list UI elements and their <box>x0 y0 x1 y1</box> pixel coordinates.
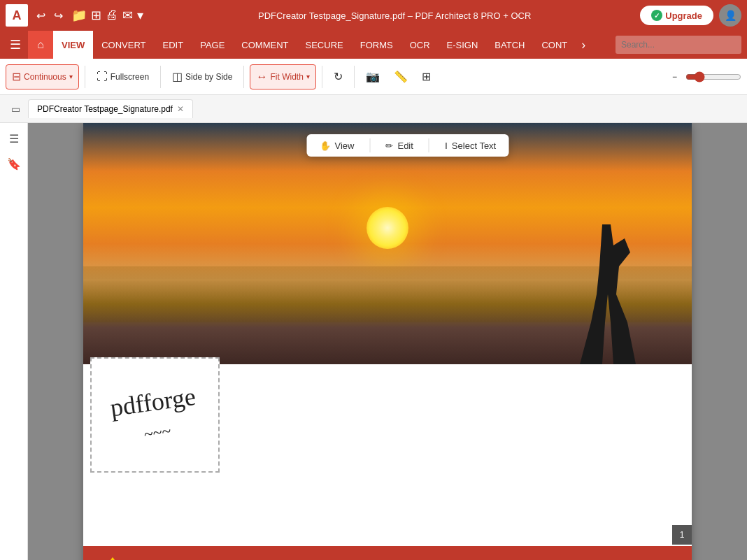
camera-icon: 📷 <box>366 70 380 83</box>
signature-field[interactable]: pdfforge ~~~ <box>90 357 220 473</box>
footer-logo: pdfforge <box>100 557 204 560</box>
menu-item-esign[interactable]: E-SIGN <box>439 31 487 59</box>
zoom-out-icon: − <box>672 72 677 82</box>
fullscreen-icon: ⛶ <box>97 71 108 83</box>
measure-button[interactable]: 📏 <box>388 64 413 89</box>
pdf-tab[interactable]: PDFCreator Testpage_Signature.pdf ✕ <box>28 99 193 118</box>
sidebar-pages-icon[interactable]: ☰ <box>4 129 24 148</box>
toolbar-divider-5 <box>354 66 355 88</box>
menu-more-icon[interactable]: › <box>576 38 591 52</box>
flame-icon <box>100 557 125 560</box>
signature-content: pdfforge ~~~ <box>102 375 208 454</box>
rotate-icon: ↻ <box>334 70 343 83</box>
tab-close-button[interactable]: ✕ <box>177 104 184 114</box>
sidebar-bookmarks-icon[interactable]: 🔖 <box>4 154 24 173</box>
upgrade-button[interactable]: ✓ Upgrade <box>640 6 713 25</box>
side-by-side-icon: ◫ <box>172 70 183 83</box>
grid-button[interactable]: ⊞ <box>416 64 436 89</box>
toolbar-divider-2 <box>160 66 161 88</box>
fullscreen-button[interactable]: ⛶ Fullscreen <box>91 64 155 89</box>
open-icon[interactable]: 📁 <box>71 8 87 23</box>
sun-element <box>367 207 408 249</box>
page-number-badge: 1 <box>672 525 692 545</box>
redo-button[interactable]: ↪ <box>51 8 66 24</box>
user-avatar[interactable]: 👤 <box>719 4 741 27</box>
undo-button[interactable]: ↩ <box>34 8 48 24</box>
view-toolbar: ⊟ Continuous ▾ ⛶ Fullscreen ◫ Side by Si… <box>0 59 747 95</box>
hamburger-icon[interactable]: ☰ <box>3 33 28 57</box>
pdf-footer: pdfforge © 2022 pdfforge GmbH 1 <box>83 546 692 560</box>
fit-width-group: ↔ Fit Width ▾ <box>250 64 315 89</box>
menu-item-secure[interactable]: SECURE <box>297 31 352 59</box>
menu-item-forms[interactable]: FORMS <box>352 31 401 59</box>
cursor-text-icon: Ⅰ <box>445 141 448 151</box>
menu-item-page[interactable]: PAGE <box>192 31 233 59</box>
menu-item-edit[interactable]: EDIT <box>155 31 192 59</box>
view-mode-button[interactable]: ✋ View <box>315 139 359 152</box>
menu-bar: ☰ ⌂ VIEW CONVERT EDIT PAGE COMMENT SECUR… <box>0 31 747 59</box>
menu-item-convert[interactable]: CONVERT <box>93 31 154 59</box>
thumbnails-icon[interactable]: ⊞ <box>91 8 101 23</box>
toolbar-icons: 📁 ⊞ 🖨 ✉ ▾ <box>71 8 143 23</box>
edit-mode-button[interactable]: ✏ Edit <box>381 139 417 152</box>
grid-icon: ⊞ <box>422 70 431 83</box>
fullscreen-group: ⛶ Fullscreen <box>91 64 155 89</box>
panel-toggle-button[interactable]: ▭ <box>6 99 25 119</box>
ruler-icon: 📏 <box>394 70 408 83</box>
window-title: PDFCreator Testpage_Signature.pdf – PDF … <box>149 10 640 21</box>
left-sidebar: ☰ 🔖 <box>0 123 28 560</box>
toolbar-divider-3 <box>243 66 244 88</box>
snapshot-button[interactable]: 📷 <box>360 64 385 89</box>
menu-item-cont[interactable]: CONT <box>533 31 576 59</box>
pdf-area: ✋ View ✏ Edit Ⅰ Select Text <box>28 123 747 560</box>
home-button[interactable]: ⌂ <box>28 31 53 59</box>
email-icon[interactable]: ✉ <box>122 8 133 23</box>
continuous-chevron-icon: ▾ <box>69 73 73 80</box>
view-mode-group: ⊟ Continuous ▾ <box>6 64 79 89</box>
menu-item-comment[interactable]: COMMENT <box>233 31 297 59</box>
title-bar: A ↩ ↪ 📁 ⊞ 🖨 ✉ ▾ PDFCreator Testpage_Sign… <box>0 0 747 31</box>
fit-width-button[interactable]: ↔ Fit Width ▾ <box>250 64 315 89</box>
floating-divider-1 <box>369 138 370 152</box>
toolbar-divider-1 <box>85 66 85 88</box>
undo-redo-group: ↩ ↪ <box>34 8 66 24</box>
pencil-icon: ✏ <box>385 141 393 151</box>
tab-label: PDFCreator Testpage_Signature.pdf <box>37 104 173 114</box>
pdf-page: pdfforge ~~~ pdfforge © 2022 pdfforge Gm… <box>83 123 692 560</box>
zoom-controls: − <box>667 64 741 89</box>
zoom-out-button[interactable]: − <box>667 64 683 89</box>
menu-item-batch[interactable]: BATCH <box>486 31 533 59</box>
title-bar-right: ✓ Upgrade 👤 <box>640 4 741 27</box>
fit-width-icon: ↔ <box>256 71 267 83</box>
search-input[interactable] <box>616 36 741 54</box>
tab-bar: ▭ PDFCreator Testpage_Signature.pdf ✕ <box>0 95 747 123</box>
check-circle-icon: ✓ <box>651 10 662 21</box>
zoom-slider[interactable] <box>685 71 741 82</box>
app-logo: A <box>6 4 28 27</box>
beach-image <box>83 123 692 364</box>
rotate-button[interactable]: ↻ <box>328 64 348 89</box>
pdf-white-area: pdfforge ~~~ pdfforge © 2022 pdfforge Gm… <box>83 364 692 560</box>
continuous-button[interactable]: ⊟ Continuous ▾ <box>6 64 79 89</box>
toolbar-divider-4 <box>322 66 322 88</box>
floating-divider-2 <box>429 138 429 152</box>
print-icon[interactable]: 🖨 <box>106 8 118 23</box>
fit-width-chevron-icon: ▾ <box>306 73 310 80</box>
more-icon[interactable]: ▾ <box>137 8 143 23</box>
floating-toolbar: ✋ View ✏ Edit Ⅰ Select Text <box>307 134 509 157</box>
main-content: ☰ 🔖 ✋ View ✏ Edit Ⅰ Select Text <box>0 123 747 560</box>
hand-icon: ✋ <box>320 141 331 151</box>
side-by-side-button[interactable]: ◫ Side by Side <box>166 64 238 89</box>
side-by-side-group: ◫ Side by Side <box>166 64 238 89</box>
continuous-icon: ⊟ <box>12 70 21 83</box>
menu-item-view[interactable]: VIEW <box>53 31 93 59</box>
menu-item-ocr[interactable]: OCR <box>401 31 439 59</box>
select-text-button[interactable]: Ⅰ Select Text <box>441 139 500 152</box>
